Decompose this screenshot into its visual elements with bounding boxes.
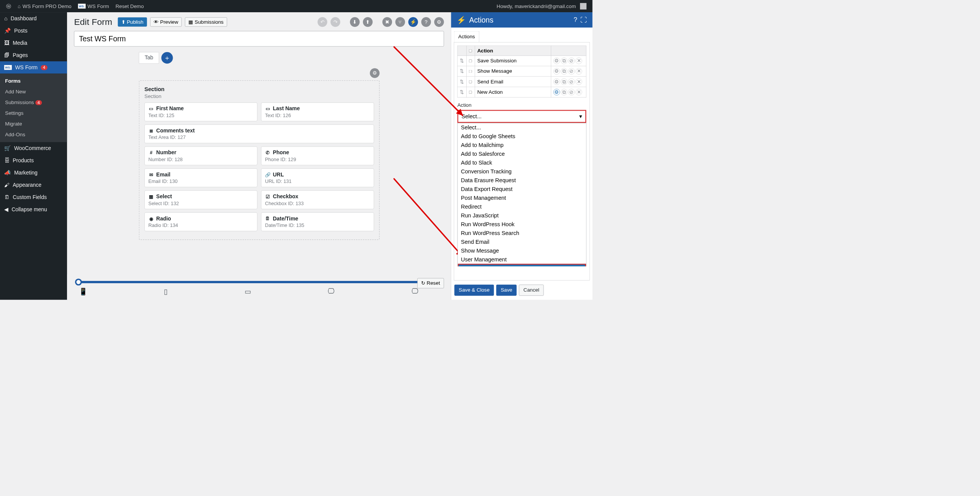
reset-demo-link[interactable]: Reset Demo <box>112 0 147 12</box>
option-add-to-salesforce[interactable]: Add to Salesforce <box>457 150 586 158</box>
option-add-to-mailchimp[interactable]: Add to Mailchimp <box>457 141 586 150</box>
wide-icon[interactable]: 🖵 <box>412 287 418 295</box>
close-icon[interactable]: ✕ <box>576 78 582 85</box>
gear-icon[interactable]: ⚙ <box>554 78 560 85</box>
section-settings-button[interactable]: ⚙ <box>370 68 379 78</box>
reset-width-button[interactable]: ↻Reset <box>417 278 444 289</box>
sidebar-sub-migrate[interactable]: Migrate <box>0 119 67 129</box>
field-card[interactable]: ◉RadioRadio ID: 134 <box>144 212 257 231</box>
wsform-link[interactable]: WS:WS Form <box>75 0 112 12</box>
row-checkbox[interactable] <box>469 80 472 83</box>
field-card[interactable]: ✉EmailEmail ID: 130 <box>144 168 257 187</box>
undo-button[interactable]: ↶ <box>318 17 327 26</box>
sidebar-sub-submissions[interactable]: Submissions 4 <box>0 97 67 108</box>
sidebar-item-collapse-menu[interactable]: ◀Collapse menu <box>0 203 67 215</box>
row-checkbox[interactable] <box>469 59 472 62</box>
field-card[interactable]: ☑CheckboxCheckbox ID: 133 <box>261 191 374 209</box>
option-run-wordpress-search[interactable]: Run WordPress Search <box>457 228 586 237</box>
tools-button[interactable]: ✖ <box>382 17 392 26</box>
panel-expand-icon[interactable]: ⛶ <box>580 16 587 24</box>
row-checkbox[interactable] <box>469 70 472 73</box>
option-post-management[interactable]: Post Management <box>457 193 586 202</box>
field-card[interactable]: ▦SelectSelect ID: 132 <box>144 191 257 209</box>
sidebar-item-media[interactable]: 🖾Media <box>0 37 67 49</box>
sidebar-item-dashboard[interactable]: ⌂Dashboard <box>0 12 67 24</box>
panel-help-icon[interactable]: ? <box>573 16 577 23</box>
drag-handle[interactable]: ⇅ <box>457 55 467 66</box>
tablet-portrait-icon[interactable]: ▯ <box>164 287 168 295</box>
sidebar-item-ws-form[interactable]: WS:WS Form4 <box>0 61 67 73</box>
field-card[interactable]: #NumberNumber ID: 128 <box>144 147 257 165</box>
sidebar-item-marketing[interactable]: 📣Marketing <box>0 166 67 179</box>
sidebar-sub-add-new[interactable]: Add New <box>0 86 67 97</box>
sidebar-sub-forms[interactable]: Forms <box>0 76 67 86</box>
gear-icon[interactable]: ⚙ <box>554 68 560 75</box>
howdy-link[interactable]: Howdy, maverickandrii@gmail.com <box>493 0 590 12</box>
sidebar-item-custom-fields[interactable]: 🗓Custom Fields <box>0 191 67 203</box>
desktop-icon[interactable]: 🖵 <box>328 287 335 295</box>
width-slider[interactable] <box>76 281 423 283</box>
cancel-button[interactable]: Cancel <box>519 285 544 296</box>
sidebar-item-pages[interactable]: 🗐Pages <box>0 49 67 61</box>
sidebar-item-posts[interactable]: 📌Posts <box>0 24 67 37</box>
copy-icon[interactable]: ⧉ <box>561 78 567 85</box>
close-icon[interactable]: ✕ <box>576 58 582 64</box>
option-show-message[interactable]: Show Message <box>457 246 586 255</box>
field-card[interactable]: 🔗URLURL ID: 131 <box>261 168 374 187</box>
option-select-[interactable]: Select... <box>457 123 586 132</box>
sidebar-item-products[interactable]: 🗄Products <box>0 154 67 166</box>
drag-handle[interactable]: ⇅ <box>457 66 467 77</box>
add-tab-button[interactable]: ＋ <box>161 52 173 64</box>
actions-button[interactable]: ⚡ <box>408 17 418 26</box>
close-icon[interactable]: ✕ <box>576 68 582 75</box>
drag-handle[interactable]: ⇅ <box>457 87 467 97</box>
slider-knob[interactable] <box>75 279 82 286</box>
option-add-to-google-sheets[interactable]: Add to Google Sheets <box>457 132 586 141</box>
option-run-javascript[interactable]: Run JavaScript <box>457 211 586 220</box>
form-title-input[interactable] <box>74 31 444 47</box>
copy-icon[interactable]: ⧉ <box>561 68 567 75</box>
tablet-landscape-icon[interactable]: ▭ <box>245 287 251 295</box>
option-conversion-tracking[interactable]: Conversion Tracking <box>457 167 586 176</box>
gear-icon[interactable]: ⚙ <box>554 58 560 64</box>
disable-icon[interactable]: ⊘ <box>568 68 575 75</box>
tab-actions[interactable]: Actions <box>454 31 480 42</box>
row-checkbox[interactable] <box>469 91 472 94</box>
settings-button[interactable]: ⚙ <box>434 17 444 26</box>
field-card[interactable]: ▭Last NameText ID: 126 <box>261 103 374 121</box>
export-button[interactable]: ⬆ <box>363 17 372 26</box>
phone-icon[interactable]: 📱 <box>79 287 87 295</box>
gear-icon[interactable]: ⚙ <box>554 89 560 95</box>
help-button[interactable]: ? <box>421 17 431 26</box>
option-webhook[interactable]: Webhook <box>457 264 586 266</box>
option-user-management[interactable]: User Management <box>457 255 586 264</box>
field-card[interactable]: ≣Comments textText Area ID: 127 <box>144 124 374 143</box>
disable-icon[interactable]: ⊘ <box>568 58 575 64</box>
option-data-erasure-request[interactable]: Data Erasure Request <box>457 176 586 184</box>
import-button[interactable]: ⬇ <box>350 17 359 26</box>
option-add-to-slack[interactable]: Add to Slack <box>457 158 586 167</box>
option-redirect[interactable]: Redirect <box>457 202 586 211</box>
disable-icon[interactable]: ⊘ <box>568 78 575 85</box>
drag-handle[interactable]: ⇅ <box>457 77 467 87</box>
action-select[interactable]: Select... ▾ <box>457 110 586 123</box>
option-data-export-request[interactable]: Data Export Request <box>457 184 586 193</box>
option-run-wordpress-hook[interactable]: Run WordPress Hook <box>457 220 586 228</box>
select-all-checkbox[interactable] <box>469 49 472 52</box>
submissions-button[interactable]: ▦Submissions <box>185 17 227 26</box>
save-button[interactable]: Save <box>496 285 516 296</box>
sidebar-item-appearance[interactable]: 🖌Appearance <box>0 179 67 191</box>
tab-chip[interactable]: Tab <box>139 52 159 64</box>
disable-icon[interactable]: ⊘ <box>568 89 575 95</box>
field-card[interactable]: ▭First NameText ID: 125 <box>144 103 257 121</box>
copy-icon[interactable]: ⧉ <box>561 89 567 95</box>
save-close-button[interactable]: Save & Close <box>454 285 494 296</box>
copy-icon[interactable]: ⧉ <box>561 58 567 64</box>
sidebar-sub-add-ons[interactable]: Add-Ons <box>0 129 67 140</box>
wp-logo[interactable]: ⓦ <box>3 0 14 12</box>
sidebar-item-woocommerce[interactable]: 🛒WooCommerce <box>0 142 67 154</box>
option-send-email[interactable]: Send Email <box>457 237 586 246</box>
publish-button[interactable]: ⬆Publish <box>118 17 147 26</box>
field-card[interactable]: ✆PhonePhone ID: 129 <box>261 147 374 165</box>
site-link[interactable]: ⌂WS Form PRO Demo <box>14 0 75 12</box>
